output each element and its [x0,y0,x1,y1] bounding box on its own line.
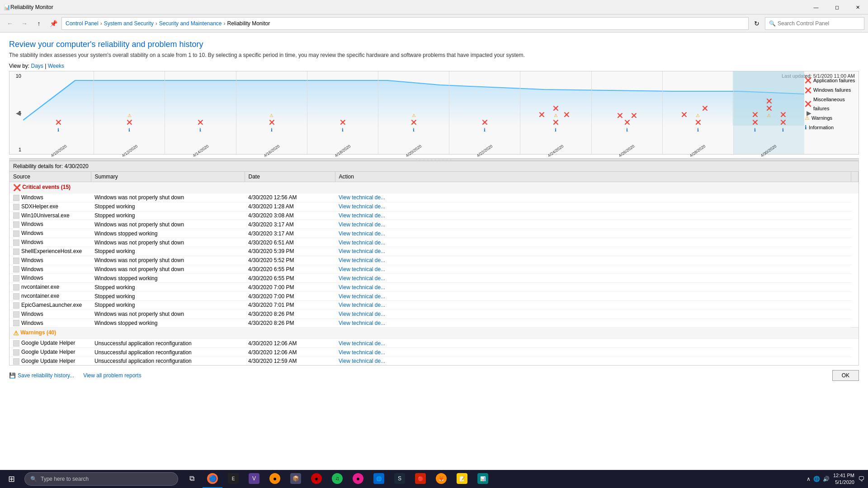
title-icon: 📊 [4,4,10,10]
refresh-button[interactable]: ↻ [750,17,763,30]
taskbar-right: ∧ 🌐 🔊 12:41 PM 5/1/2020 🗨 [803,472,868,486]
taskbar-app-blue-sq[interactable]: 🌐 [369,470,389,488]
details-title: Reliability details for: 4/30/2020 [13,163,89,169]
window-controls: — ◻ ✕ [806,0,868,14]
taskbar-app-teal[interactable]: 📊 [473,470,493,488]
table-row: Windows Windows stopped working 4/30/202… [9,229,859,238]
taskbar-app-epic[interactable]: E [223,470,243,488]
taskbar-system-icons: ∧ 🌐 🔊 [807,476,830,482]
table-row: Windows Windows was not properly shut do… [9,193,859,202]
taskbar-search[interactable]: 🔍 Type here to search [24,472,178,486]
taskbar-clock[interactable]: 12:41 PM 5/1/2020 [833,472,854,486]
taskbar-notification-icon[interactable]: 🗨 [858,475,864,483]
table-row: ShellExperienceHost.exe Stopped working … [9,247,859,256]
taskbar-app-orange[interactable]: ● [265,470,285,488]
view-reports-link[interactable]: View all problem reports [83,372,142,379]
chart-legend: ❌ Application failures ❌ Windows failure… [805,76,857,133]
start-button[interactable]: ⊞ [0,470,23,488]
search-input[interactable] [778,20,860,27]
details-table: Source Summary Date Action ❌ Critical ev… [9,172,859,366]
taskbar-app-pink[interactable]: ● [348,470,368,488]
breadcrumb-security-maintenance[interactable]: Security and Maintenance [159,20,222,27]
address-bar: ← → ↑ 📌 Control Panel › System and Secur… [0,14,868,33]
col-date[interactable]: Date [245,172,335,182]
col-action[interactable]: Action [335,172,851,182]
search-icon: 🔍 [769,20,776,27]
taskbar-app-steam[interactable]: S [390,470,410,488]
chart-inner[interactable]: ❌ ℹ ❌ ⚠ ℹ ❌ ℹ ❌ ⚠ ℹ [23,71,859,154]
table-row: Win10Universal.exe Stopped working 4/30/… [9,211,859,220]
table-row: Google Update Helper Unsuccessful applic… [9,357,859,366]
table-row: SDXHelper.exe Stopped working 4/30/2020 … [9,202,859,211]
taskbar-app-red2[interactable]: 🔴 [410,470,430,488]
back-button[interactable]: ← [4,17,16,30]
details-table-container[interactable]: Source Summary Date Action ❌ Critical ev… [9,171,859,366]
taskbar-app-v[interactable]: V [244,470,264,488]
subtitle: The stability index assesses your system… [9,52,859,58]
taskbar: ⊞ 🔍 Type here to search ⧉ 🔵 E V ● 📦 ● ♫ … [0,470,868,488]
critical-section-header: ❌ Critical events (15) [9,182,859,193]
taskbar-app-task-view[interactable]: ⧉ [182,470,202,488]
taskbar-network-icon[interactable]: 🌐 [813,476,820,482]
table-row: nvcontainer.exe Stopped working 4/30/202… [9,292,859,301]
ok-button[interactable]: OK [832,370,859,381]
breadcrumb-control-panel[interactable]: Control Panel [66,20,99,27]
title-text: Reliability Monitor [10,4,864,10]
search-box[interactable]: 🔍 [765,17,864,30]
chart-scroll-right[interactable]: ▶ [807,109,811,117]
taskbar-search-text: Type here to search [41,476,89,482]
col-source[interactable]: Source [9,172,91,182]
taskbar-app-spotify[interactable]: ♫ [327,470,347,488]
table-row: Windows Windows was not properly shut do… [9,256,859,265]
table-row: Windows Windows stopped working 4/30/202… [9,319,859,328]
title-bar: 📊 Reliability Monitor — ◻ ✕ [0,0,868,14]
viewby-days-link[interactable]: Days [31,63,43,69]
chart-scroll-left[interactable]: ◀ [16,109,21,117]
maximize-button[interactable]: ◻ [826,0,847,14]
taskbar-app-yellow[interactable]: 📝 [452,470,472,488]
taskbar-app-red[interactable]: ● [307,470,326,488]
taskbar-expand-icon[interactable]: ∧ [807,476,811,482]
table-row: Windows Windows was not properly shut do… [9,220,859,229]
main-content: Review your computer's reliability and p… [0,33,868,470]
warnings-section-header: ⚠ Warnings (40) [9,328,859,339]
table-row: Windows Windows was not properly shut do… [9,238,859,247]
col-summary[interactable]: Summary [91,172,245,182]
chart-container: Last updated: 5/1/2020 11:00 AM 10 5 1 [9,71,859,155]
details-header: Reliability details for: 4/30/2020 [9,161,859,171]
taskbar-search-icon: 🔍 [30,476,37,482]
minimize-button[interactable]: — [806,0,826,14]
save-icon: 💾 [9,372,16,379]
table-row: nvcontainer.exe Stopped working 4/30/202… [9,283,859,292]
taskbar-app-browser2[interactable]: 🦊 [431,470,451,488]
footer-bar: 💾 Save reliability history... View all p… [9,367,859,384]
page-title: Review your computer's reliability and p… [9,40,859,49]
close-button[interactable]: ✕ [847,0,868,14]
up-button[interactable]: ↑ [33,17,45,30]
forward-button[interactable]: → [18,17,31,30]
viewby-weeks-link[interactable]: Weeks [48,63,64,69]
col-scrollbar [851,172,859,182]
save-history-link[interactable]: 💾 Save reliability history... [9,372,74,379]
breadcrumb: Control Panel › System and Security › Se… [61,17,749,30]
taskbar-apps: ⧉ 🔵 E V ● 📦 ● ♫ ● 🌐 S [182,470,803,488]
table-row: Google Update Helper Unsuccessful applic… [9,348,859,357]
table-row: Google Update Helper Unsuccessful applic… [9,339,859,348]
pin-button[interactable]: 📌 [47,17,60,30]
taskbar-volume-icon[interactable]: 🔊 [823,476,830,482]
table-row: EpicGamesLauncher.exe Stopped working 4/… [9,300,859,310]
taskbar-app-chrome[interactable]: 🔵 [203,470,222,488]
view-by: View by: Days | Weeks [9,63,859,69]
table-row: Windows Windows stopped working 4/30/202… [9,274,859,283]
breadcrumb-system-security[interactable]: System and Security [104,20,154,27]
breadcrumb-current: Reliability Monitor [227,20,270,27]
taskbar-app-box[interactable]: 📦 [286,470,306,488]
table-row: Windows Windows was not properly shut do… [9,310,859,319]
chart-dates: 4/10/2020 4/12/2020 4/14/2020 4/16/2020 … [23,136,804,154]
table-row: Windows Windows was not properly shut do… [9,265,859,274]
